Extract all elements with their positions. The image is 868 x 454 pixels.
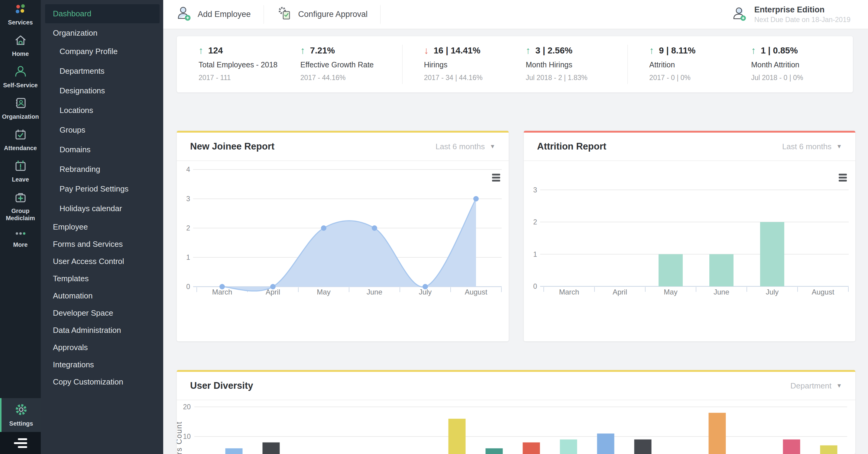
svg-text:Users Count: Users Count: [177, 421, 183, 454]
sidebar-item-holidays-calendar[interactable]: Holidays calendar: [41, 199, 163, 218]
icon-rail: Services Home Self-Service: [0, 0, 41, 454]
rail-item-label: Group Mediclaim: [0, 207, 41, 222]
rail-item-label: Settings: [9, 420, 34, 427]
sidebar-item-copy-customization[interactable]: Copy Customization: [41, 374, 163, 391]
sidebar-item-dashboard[interactable]: Dashboard: [45, 4, 160, 23]
svg-text:May: May: [664, 288, 677, 296]
chart-title: New Joinee Report: [190, 141, 274, 152]
collapse-menu-button[interactable]: [0, 432, 41, 454]
sidebar-item-developer-space[interactable]: Developer Space: [41, 304, 163, 322]
add-employee-button[interactable]: Add Employee: [163, 0, 264, 29]
sidebar-item-automation[interactable]: Automation: [41, 287, 163, 304]
sidebar-item-integrations[interactable]: Integrations: [41, 356, 163, 374]
stat-attrition: ↑9 | 8.11% Attrition 2017 - 0 | 0%: [649, 45, 751, 92]
svg-text:April: April: [613, 288, 627, 296]
sidebar-item-rebranding[interactable]: Rebranding: [41, 160, 163, 179]
stat-sub: 2017 - 34 | 44.16%: [424, 74, 526, 82]
sidebar-item-groups[interactable]: Groups: [41, 120, 163, 140]
svg-text:3: 3: [533, 186, 537, 194]
sidebar-item-locations[interactable]: Locations: [41, 101, 163, 120]
rail-item-leave[interactable]: Leave: [0, 159, 41, 183]
rail-item-group-mediclaim[interactable]: Group Mediclaim: [0, 190, 41, 222]
rail-item-services[interactable]: Services: [0, 4, 41, 26]
sidebar-item-templates[interactable]: Templates: [41, 270, 163, 287]
edition-info[interactable]: Enterprise Edition Next Due Date on 18-J…: [731, 5, 850, 24]
ellipsis-icon: [13, 229, 28, 239]
sidebar-item-user-access-control[interactable]: User Access Control: [41, 253, 163, 270]
rail-item-label: Home: [11, 50, 30, 57]
stat-group-hirings: ↓16 | 14.41% Hirings 2017 - 34 | 44.16% …: [402, 36, 628, 92]
rail-item-organization[interactable]: Organization: [0, 96, 41, 120]
svg-text:4: 4: [186, 165, 190, 173]
chart-title: User Diversity: [190, 380, 253, 391]
svg-text:10: 10: [183, 432, 191, 441]
rail-item-home[interactable]: Home: [0, 33, 41, 57]
sidebar-item-employee[interactable]: Employee: [41, 218, 163, 236]
svg-text:July: July: [766, 288, 779, 296]
sidebar-item-domains[interactable]: Domains: [41, 140, 163, 160]
stat-hirings: ↓16 | 14.41% Hirings 2017 - 34 | 44.16%: [424, 45, 526, 92]
bar-chart-plot: 1020Users Count: [177, 400, 855, 454]
chevron-down-icon: ▼: [490, 143, 495, 150]
svg-text:August: August: [465, 288, 488, 296]
sidebar-item-data-administration[interactable]: Data Administration: [41, 322, 163, 339]
stat-month-hirings: ↑3 | 2.56% Month Hirings Jul 2018 - 2 | …: [526, 45, 628, 92]
svg-text:2: 2: [533, 218, 537, 226]
department-dropdown[interactable]: Department ▼: [790, 381, 842, 391]
sidebar-item-departments[interactable]: Departments: [41, 61, 163, 81]
services-grid-icon: [13, 4, 28, 17]
user-diversity-card: User Diversity Department ▼ 1020Users Co…: [177, 370, 855, 454]
trend-up-icon: ↑: [649, 45, 654, 56]
new-joinee-report-card: New Joinee Report Last 6 months ▼ 01234M…: [177, 131, 509, 341]
rail-item-self-service[interactable]: Self-Service: [0, 65, 41, 89]
edition-title: Enterprise Edition: [754, 5, 850, 14]
topbar-divider: [380, 5, 380, 24]
sidebar-item-pay-period-settings[interactable]: Pay Period Settings: [41, 179, 163, 199]
trend-up-icon: ↑: [198, 45, 204, 56]
filter-value: Department: [790, 381, 831, 391]
sidebar-item-approvals[interactable]: Approvals: [41, 339, 163, 356]
range-value: Last 6 months: [435, 142, 485, 151]
range-dropdown[interactable]: Last 6 months ▼: [782, 142, 842, 151]
stat-label: Effective Growth Rate: [301, 60, 402, 69]
stat-label: Month Attrition: [751, 60, 853, 69]
configure-approval-button[interactable]: Configure Approval: [264, 0, 380, 29]
stat-value: 1 | 0.85%: [761, 45, 798, 56]
edition-subtitle: Next Due Date on 18-Jan-2019: [754, 16, 850, 24]
range-dropdown[interactable]: Last 6 months ▼: [435, 142, 495, 151]
rail-item-more[interactable]: More: [0, 229, 41, 248]
rail-item-label: More: [13, 241, 28, 248]
svg-text:3: 3: [186, 195, 190, 203]
stat-value: 16 | 14.41%: [434, 45, 480, 56]
svg-text:June: June: [714, 288, 729, 296]
stat-label: Month Hirings: [526, 60, 628, 69]
stat-value: 9 | 8.11%: [659, 45, 695, 56]
chart-context-menu-icon[interactable]: [492, 174, 500, 182]
chevron-down-icon: ▼: [836, 143, 842, 150]
rail-item-label: Services: [7, 19, 33, 26]
chart-context-menu-icon[interactable]: [839, 174, 847, 182]
stat-sub: Jul 2018 - 2 | 1.83%: [526, 74, 628, 82]
sidebar-item-designations[interactable]: Designations: [41, 81, 163, 101]
rail-item-settings[interactable]: Settings: [0, 398, 41, 432]
rail-item-attendance[interactable]: Attendance: [0, 127, 41, 152]
stat-group-employees: ↑124 Total Employees - 2018 2017 - 111 ↑…: [177, 36, 402, 92]
stat-sub: 2017 - 0 | 0%: [649, 74, 751, 82]
svg-text:1: 1: [533, 251, 537, 258]
area-chart-plot: 01234MarchAprilMayJuneJulyAugust: [177, 161, 509, 341]
rail-item-label: Organization: [1, 113, 39, 120]
rail-item-label: Leave: [11, 176, 30, 183]
rail-item-label: Attendance: [3, 144, 37, 152]
sidebar-item-organization[interactable]: Organization: [41, 25, 163, 42]
range-value: Last 6 months: [782, 142, 831, 151]
svg-text:20: 20: [183, 403, 191, 411]
add-employee-icon: [176, 5, 192, 23]
svg-text:August: August: [812, 288, 834, 296]
trend-up-icon: ↑: [526, 45, 531, 56]
new-joinee-chart: 01234MarchAprilMayJuneJulyAugust: [177, 161, 509, 341]
sidebar-item-company-profile[interactable]: Company Profile: [41, 42, 163, 61]
chevron-down-icon: ▼: [836, 382, 842, 389]
attrition-chart: 0123MarchAprilMayJuneJulyAugust: [524, 161, 855, 341]
configure-approval-label: Configure Approval: [298, 10, 368, 19]
sidebar-item-forms-and-services[interactable]: Forms and Services: [41, 236, 163, 253]
